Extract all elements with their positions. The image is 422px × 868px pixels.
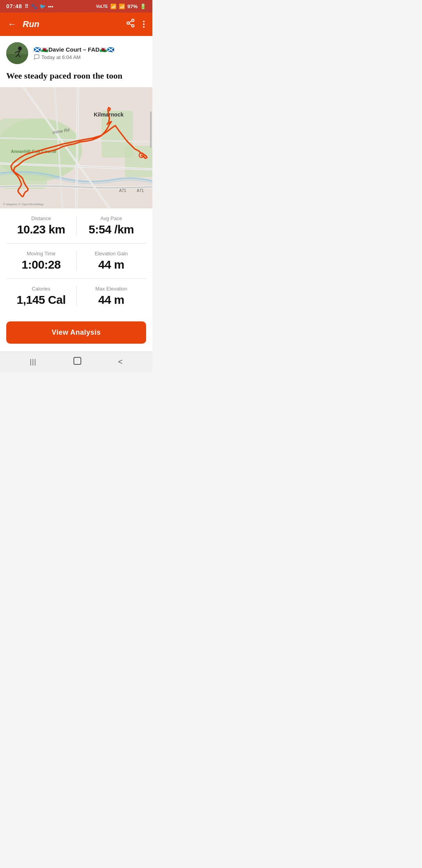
page-title: Run <box>23 19 126 29</box>
stat-avg-pace: Avg Pace 5:54 /km <box>77 215 147 236</box>
stats-row-1: Distance 10.23 km Avg Pace 5:54 /km <box>6 208 146 244</box>
distance-label: Distance <box>6 215 76 221</box>
svg-text:© Mapbox © OpenStreetMap: © Mapbox © OpenStreetMap <box>3 203 44 206</box>
stat-distance: Distance 10.23 km <box>6 215 76 236</box>
status-icon-2: 🐦 <box>39 4 46 9</box>
a71-label: A71 <box>137 188 144 193</box>
svg-line-3 <box>129 24 132 25</box>
stats-row-2: Moving Time 1:00:28 Elevation Gain 44 m <box>6 244 146 279</box>
status-wifi: 📶 <box>110 4 116 9</box>
nav-menu-icon[interactable]: ||| <box>30 358 36 366</box>
stats-row-3: Calories 1,145 Cal Max Elevation 44 m <box>6 279 146 314</box>
status-right: VoLTE 📶 📶 97% 🔋 <box>96 4 146 9</box>
elevation-gain-label: Elevation Gain <box>77 251 147 256</box>
status-time: 07:48 <box>6 3 22 9</box>
status-icon-1: 🐾 <box>31 4 37 9</box>
avg-pace-label: Avg Pace <box>77 215 147 221</box>
svg-point-7 <box>18 47 22 50</box>
user-details: 🏴󠁧󠁢󠁳󠁣󠁴󠁿🏴󠁧󠁢󠁷󠁬󠁳󠁿Davie Court – FAD🏴󠁧󠁢󠁷󠁬󠁳󠁿🏴󠁧… <box>34 46 146 60</box>
status-ellipsis: ••• <box>48 4 54 9</box>
a71-label-2: A71 <box>119 188 126 193</box>
stat-moving-time: Moving Time 1:00:28 <box>6 251 76 271</box>
moving-time-label: Moving Time <box>6 251 76 256</box>
status-battery-pct: 97% <box>127 4 138 9</box>
status-signal: 📶 <box>119 4 125 9</box>
user-name: 🏴󠁧󠁢󠁳󠁣󠁴󠁿🏴󠁧󠁢󠁷󠁬󠁳󠁿Davie Court – FAD🏴󠁧󠁢󠁷󠁬󠁳󠁿🏴󠁧… <box>34 46 146 53</box>
stats-section: Distance 10.23 km Avg Pace 5:54 /km Movi… <box>0 208 152 314</box>
status-volte: VoLTE <box>96 4 108 9</box>
user-timestamp: Today at 6:04 AM <box>34 54 146 60</box>
stat-calories: Calories 1,145 Cal <box>6 286 76 307</box>
calories-label: Calories <box>6 286 76 292</box>
stat-max-elevation: Max Elevation 44 m <box>77 286 147 307</box>
view-analysis-button[interactable]: View Analysis <box>6 321 146 344</box>
svg-rect-29 <box>74 357 81 364</box>
moving-time-value: 1:00:28 <box>6 258 76 271</box>
top-nav: ← Run <box>0 13 152 36</box>
clock-icon <box>34 54 40 60</box>
status-battery-icon: 🔋 <box>140 4 146 9</box>
nav-back-icon[interactable]: < <box>118 357 123 366</box>
nav-home-icon[interactable] <box>73 356 82 368</box>
more-options-icon[interactable] <box>143 21 145 28</box>
distance-value: 10.23 km <box>6 223 76 236</box>
avg-pace-value: 5:54 /km <box>77 223 147 236</box>
max-elevation-label: Max Elevation <box>77 286 147 292</box>
status-bar: 07:48 ⠿ 🐾 🐦 ••• VoLTE 📶 📶 97% 🔋 <box>0 0 152 13</box>
max-elevation-value: 44 m <box>77 293 147 307</box>
svg-line-4 <box>129 21 132 23</box>
run-title: Wee steady paced roon the toon <box>0 68 152 87</box>
calories-value: 1,145 Cal <box>6 293 76 307</box>
stat-elevation-gain: Elevation Gain 44 m <box>77 251 147 271</box>
status-left: 07:48 ⠿ 🐾 🐦 ••• <box>6 3 53 9</box>
avatar <box>6 42 28 64</box>
content-area: 🏴󠁧󠁢󠁳󠁣󠁴󠁿🏴󠁧󠁢󠁷󠁬󠁳󠁿Davie Court – FAD🏴󠁧󠁢󠁷󠁬󠁳󠁿🏴󠁧… <box>0 36 152 352</box>
nav-icons <box>126 18 145 30</box>
status-dots: ⠿ <box>25 4 29 9</box>
post-time: Today at 6:04 AM <box>41 54 80 60</box>
back-button[interactable]: ← <box>8 19 16 29</box>
route-map-svg: Irvine Rd Kilmarnock Annanhill Golf Cour… <box>0 87 152 208</box>
map-view[interactable]: Irvine Rd Kilmarnock Annanhill Golf Cour… <box>0 87 152 208</box>
scroll-indicator <box>150 111 152 148</box>
bottom-nav: ||| < <box>0 352 152 372</box>
share-icon[interactable] <box>126 18 135 30</box>
user-info: 🏴󠁧󠁢󠁳󠁣󠁴󠁿🏴󠁧󠁢󠁷󠁬󠁳󠁿Davie Court – FAD🏴󠁧󠁢󠁷󠁬󠁳󠁿🏴󠁧… <box>0 36 152 68</box>
elevation-gain-value: 44 m <box>77 258 147 271</box>
